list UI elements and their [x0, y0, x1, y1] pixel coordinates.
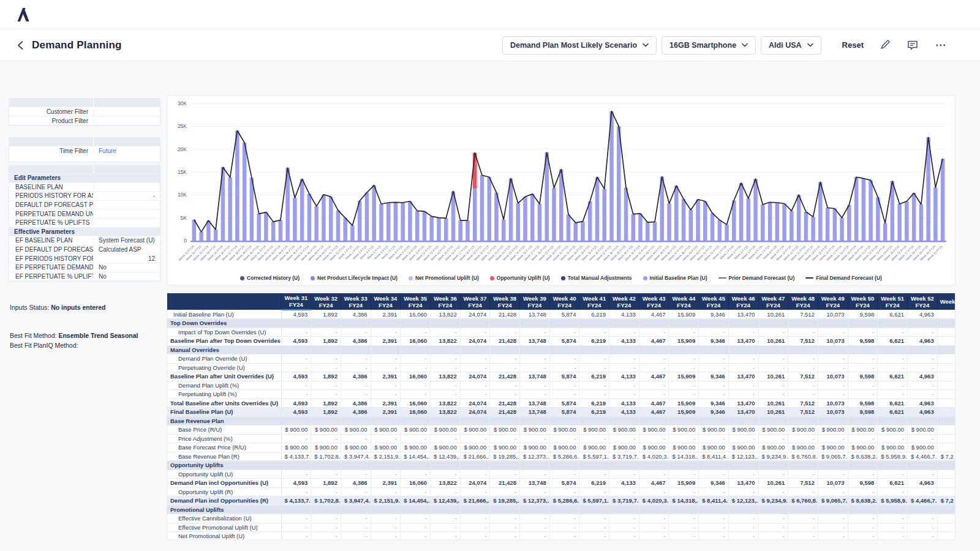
grid-cell[interactable]: -: [907, 532, 937, 541]
grid-cell[interactable]: [937, 470, 956, 479]
grid-cell[interactable]: -: [579, 328, 609, 337]
grid-cell[interactable]: -: [281, 381, 311, 390]
grid-cell[interactable]: 2,391: [371, 372, 401, 381]
grid-cell[interactable]: $ 6,760,8...: [788, 497, 818, 506]
grid-cell[interactable]: 13,822: [430, 337, 460, 346]
grid-cell[interactable]: -: [430, 354, 460, 364]
grid-cell[interactable]: $ 900.00: [669, 443, 699, 452]
grid-cell[interactable]: -: [669, 390, 699, 399]
grid-cell[interactable]: $ 3,719,7...: [609, 497, 639, 506]
grid-cell[interactable]: -: [848, 470, 878, 479]
grid-cell[interactable]: -: [281, 514, 311, 523]
grid-cell[interactable]: 24,074: [460, 310, 490, 319]
grid-cell[interactable]: $ 7,2: [937, 452, 956, 461]
grid-cell[interactable]: 4,386: [341, 372, 371, 381]
grid-cell[interactable]: 9,598: [848, 408, 878, 417]
grid-cell[interactable]: [937, 479, 956, 488]
grid-cell[interactable]: -: [818, 514, 848, 523]
grid-cell[interactable]: -: [401, 514, 431, 523]
grid-cell[interactable]: $ 900.00: [430, 443, 460, 452]
grid-cell[interactable]: 10,073: [818, 372, 848, 381]
grid-cell[interactable]: 9,346: [699, 399, 729, 408]
grid-cell[interactable]: 4,593: [281, 399, 311, 408]
grid-cell[interactable]: -: [669, 354, 699, 364]
grid-cell[interactable]: $ 21,666,...: [460, 497, 490, 506]
grid-cell[interactable]: $ 900.00: [728, 425, 758, 435]
grid-cell[interactable]: -: [520, 381, 550, 390]
grid-cell[interactable]: 9,598: [848, 337, 878, 346]
grid-cell[interactable]: -: [460, 434, 490, 443]
grid-cell[interactable]: -: [281, 328, 311, 337]
grid-cell[interactable]: 6,219: [579, 479, 609, 488]
grid-cell[interactable]: -: [728, 363, 758, 372]
grid-cell[interactable]: -: [728, 354, 758, 364]
grid-cell[interactable]: -: [788, 523, 818, 532]
grid-cell[interactable]: $ 8,638,2...: [848, 452, 878, 461]
grid-cell[interactable]: -: [788, 487, 818, 497]
grid-cell[interactable]: 9,346: [699, 408, 729, 417]
grid-cell[interactable]: 24,074: [460, 372, 490, 381]
grid-cell[interactable]: -: [311, 514, 341, 523]
grid-cell[interactable]: $ 12,123,...: [728, 452, 758, 461]
grid-cell[interactable]: -: [609, 354, 639, 364]
grid-cell[interactable]: -: [490, 514, 520, 523]
grid-cell[interactable]: $ 1,702,8...: [311, 497, 341, 506]
grid-cell[interactable]: 4,963: [907, 337, 937, 346]
grid-cell[interactable]: -: [758, 532, 788, 541]
grid-cell[interactable]: -: [281, 363, 311, 372]
grid-cell[interactable]: [937, 532, 956, 541]
grid-cell[interactable]: 4,133: [609, 408, 639, 417]
grid-cell[interactable]: -: [669, 381, 699, 390]
grid-cell[interactable]: 13,748: [520, 337, 550, 346]
grid-cell[interactable]: -: [490, 328, 520, 337]
grid-cell[interactable]: $ 2,151,9...: [371, 452, 401, 461]
table-header-cell[interactable]: Week 43FY24: [639, 293, 669, 310]
grid-cell[interactable]: $ 900.00: [728, 443, 758, 452]
grid-cell[interactable]: -: [728, 532, 758, 541]
grid-cell[interactable]: $ 5,286,6...: [549, 497, 579, 506]
grid-cell[interactable]: 10,261: [758, 399, 788, 408]
grid-cell[interactable]: -: [460, 328, 490, 337]
grid-cell[interactable]: -: [907, 354, 937, 364]
grid-cell[interactable]: [937, 354, 956, 364]
table-header-cell[interactable]: Week 46FY24: [728, 293, 758, 310]
grid-cell[interactable]: -: [699, 532, 729, 541]
grid-cell[interactable]: -: [281, 470, 311, 479]
grid-cell[interactable]: -: [520, 487, 550, 497]
grid-cell[interactable]: 6,621: [878, 372, 908, 381]
grid-cell[interactable]: -: [311, 470, 341, 479]
grid-cell[interactable]: -: [401, 434, 431, 443]
grid-cell[interactable]: 4,386: [341, 399, 371, 408]
grid-cell[interactable]: $ 900.00: [878, 425, 908, 435]
grid-cell[interactable]: 5,874: [549, 337, 579, 346]
grid-cell[interactable]: -: [907, 390, 937, 399]
grid-cell[interactable]: 15,909: [669, 399, 699, 408]
grid-cell[interactable]: -: [699, 514, 729, 523]
grid-cell[interactable]: -: [669, 363, 699, 372]
grid-cell[interactable]: $ 900.00: [341, 443, 371, 452]
grid-cell[interactable]: -: [341, 363, 371, 372]
grid-cell[interactable]: -: [758, 434, 788, 443]
grid-cell[interactable]: -: [728, 434, 758, 443]
grid-cell[interactable]: -: [639, 354, 669, 364]
grid-cell[interactable]: $ 900.00: [848, 425, 878, 435]
grid-cell[interactable]: $ 900.00: [281, 425, 311, 435]
grid-cell[interactable]: 4,963: [907, 310, 937, 319]
grid-cell[interactable]: 13,822: [430, 372, 460, 381]
grid-cell[interactable]: -: [609, 523, 639, 532]
grid-cell[interactable]: -: [878, 381, 908, 390]
grid-cell[interactable]: $ 9,234,9...: [758, 497, 788, 506]
grid-cell[interactable]: -: [371, 487, 401, 497]
edit-button[interactable]: [877, 38, 892, 53]
grid-cell[interactable]: [937, 399, 956, 408]
grid-cell[interactable]: 1,892: [311, 399, 341, 408]
grid-cell[interactable]: 6,219: [579, 310, 609, 319]
grid-cell[interactable]: -: [579, 532, 609, 541]
grid-cell[interactable]: -: [848, 523, 878, 532]
grid-cell[interactable]: -: [549, 532, 579, 541]
grid-cell[interactable]: 10,261: [758, 372, 788, 381]
grid-cell[interactable]: -: [639, 328, 669, 337]
grid-cell[interactable]: $ 900.00: [818, 443, 848, 452]
table-header-cell[interactable]: Week 35FY24: [401, 293, 431, 310]
grid-cell[interactable]: 1,892: [311, 408, 341, 417]
